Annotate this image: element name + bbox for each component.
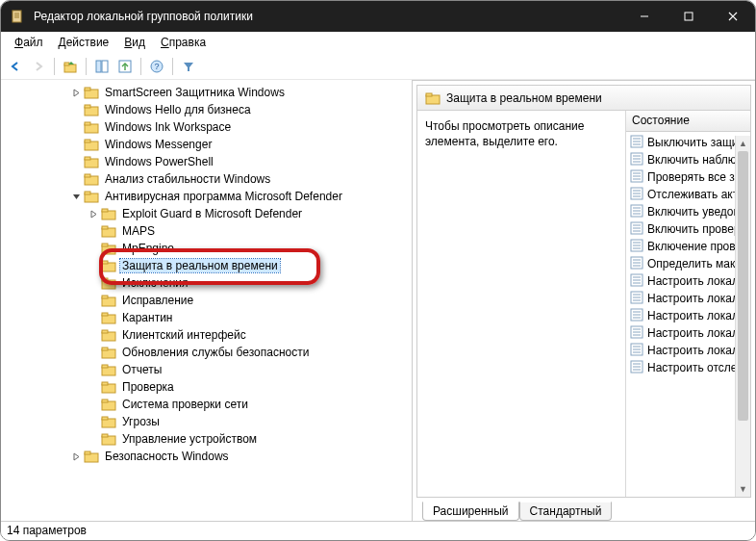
expander-icon[interactable] (88, 416, 99, 427)
svg-rect-37 (102, 261, 108, 264)
tree-item[interactable]: Windows PowerShell (1, 153, 412, 170)
expander-icon[interactable] (88, 277, 99, 289)
tree-item[interactable]: MpEngine (1, 240, 412, 257)
details-tabs: Расширенный Стандартный (416, 498, 751, 521)
expander-icon[interactable] (88, 260, 99, 271)
tree-item[interactable]: Windows Ink Workspace (1, 118, 412, 136)
policy-item[interactable]: Настроить локальн (626, 342, 750, 359)
tree-item[interactable]: Система проверки сети (1, 396, 412, 413)
svg-rect-57 (102, 434, 108, 437)
menubar: Файл Действие Вид Справка (1, 32, 755, 53)
tree-item[interactable]: Exploit Guard в Microsoft Defender (1, 205, 412, 222)
help-button[interactable]: ? (146, 56, 167, 77)
tree-item[interactable]: SmartScreen Защитника Windows (1, 84, 412, 101)
expander-icon[interactable] (88, 364, 99, 375)
close-button[interactable] (711, 1, 755, 32)
policy-icon (630, 204, 647, 220)
policy-item[interactable]: Настроить локальн (626, 290, 750, 307)
expander-icon[interactable] (88, 381, 99, 393)
policy-item[interactable]: Настроить локальн (626, 272, 750, 290)
policy-item[interactable]: Включить проверку (626, 220, 750, 238)
statusbar-text: 14 параметров (7, 524, 87, 537)
policy-item[interactable]: Включить уведомле (626, 203, 750, 220)
expander-icon[interactable] (70, 121, 82, 133)
tree-item[interactable]: Отчеты (1, 361, 412, 378)
policy-item[interactable]: Проверять все загру (626, 168, 750, 186)
titlebar: Редактор локальной групповой политики (1, 1, 755, 32)
expander-icon[interactable] (88, 329, 99, 341)
details-header-label: Защита в реальном времени (446, 91, 602, 105)
expander-icon[interactable] (88, 225, 99, 237)
svg-text:?: ? (154, 62, 159, 71)
expander-icon[interactable] (70, 156, 82, 167)
tree-item[interactable]: Windows Messenger (1, 136, 412, 153)
show-hide-tree-button[interactable] (91, 56, 113, 77)
policy-item[interactable]: Включение провер (626, 238, 750, 255)
tree-item[interactable]: Анализ стабильности Windows (1, 170, 412, 188)
expander-icon[interactable] (70, 139, 82, 150)
expander-icon[interactable] (88, 399, 99, 410)
expander-icon[interactable] (70, 451, 82, 462)
nav-forward-button[interactable] (28, 56, 49, 77)
svg-rect-53 (102, 399, 108, 402)
tree-item[interactable]: MAPS (1, 222, 412, 240)
tree-item[interactable]: Проверка (1, 378, 412, 396)
tree-item-label: Угрозы (120, 415, 162, 428)
svg-rect-19 (85, 105, 90, 108)
policy-label: Включение провер (647, 240, 748, 253)
expander-icon[interactable] (88, 433, 99, 445)
tree-item[interactable]: Защита в реальном времени (1, 257, 412, 274)
scrollbar-thumb[interactable] (738, 151, 748, 421)
policy-icon (630, 325, 647, 342)
expander-icon[interactable] (70, 104, 82, 116)
expander-icon[interactable] (70, 87, 82, 98)
expander-icon[interactable] (70, 173, 82, 185)
tree-item[interactable]: Антивирусная программа Microsoft Defende… (1, 188, 412, 205)
expander-icon[interactable] (88, 347, 99, 358)
tab-standard[interactable]: Стандартный (519, 502, 613, 521)
column-header-state[interactable]: Состояние (626, 111, 750, 132)
export-list-button[interactable] (114, 56, 136, 77)
up-level-button[interactable] (60, 56, 81, 77)
tree-item[interactable]: Исправление (1, 292, 412, 309)
tree-item[interactable]: Безопасность Windows (1, 448, 412, 465)
scroll-up-icon[interactable]: ▲ (736, 136, 750, 151)
menu-view[interactable]: Вид (116, 34, 153, 51)
expander-icon[interactable] (88, 295, 99, 306)
policy-icon (630, 239, 647, 255)
nav-back-button[interactable] (5, 56, 26, 77)
tree-item[interactable]: Карантин (1, 309, 412, 326)
tree-item[interactable]: Исключения (1, 274, 412, 292)
tree-item[interactable]: Клиентский интерфейс (1, 326, 412, 344)
tree-item[interactable]: Windows Hello для бизнеса (1, 101, 412, 118)
expander-icon[interactable] (88, 312, 99, 323)
svg-rect-39 (102, 278, 108, 281)
minimize-button[interactable] (622, 1, 667, 32)
expander-icon[interactable] (88, 243, 99, 254)
policy-item[interactable]: Настроить локальн (626, 307, 750, 324)
tree-item[interactable]: Управление устройством (1, 430, 412, 448)
policy-item[interactable]: Определить максим (626, 255, 750, 272)
policy-item[interactable]: Настроить локальн (626, 324, 750, 342)
menu-file[interactable]: Файл (7, 34, 51, 51)
tree-item[interactable]: Угрозы (1, 413, 412, 430)
scroll-down-icon[interactable]: ▼ (736, 481, 750, 497)
policy-item[interactable]: Отслеживать активн (626, 186, 750, 203)
tree-item[interactable]: Обновления службы безопасности (1, 344, 412, 361)
expander-icon[interactable] (88, 208, 99, 219)
policy-item[interactable]: Выключить защиту (626, 134, 750, 151)
maximize-button[interactable] (667, 1, 711, 32)
menu-help[interactable]: Справка (153, 34, 214, 51)
tab-extended[interactable]: Расширенный (422, 502, 519, 521)
svg-rect-5 (685, 13, 693, 20)
main-area: SmartScreen Защитника WindowsWindows Hel… (1, 80, 755, 521)
filter-button[interactable] (178, 56, 199, 77)
svg-rect-47 (102, 348, 108, 350)
details-header: Защита в реальном времени (417, 86, 750, 111)
menu-action[interactable]: Действие (51, 34, 117, 51)
scrollbar[interactable]: ▲ ▼ (735, 136, 750, 497)
policy-item[interactable]: Настроить отслежи (626, 359, 750, 376)
tree-item-label: Система проверки сети (120, 398, 250, 411)
policy-item[interactable]: Включить наблюде (626, 151, 750, 168)
expander-icon[interactable] (70, 191, 82, 202)
